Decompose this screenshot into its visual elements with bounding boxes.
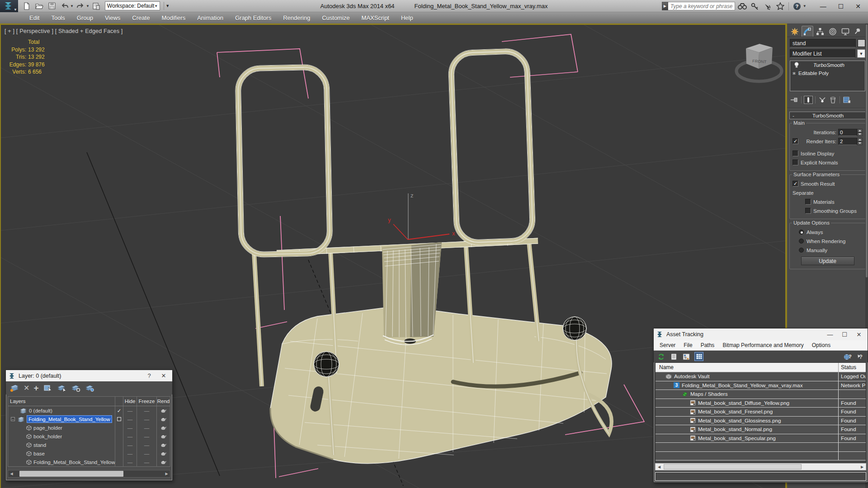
communication-center-button[interactable] (762, 1, 773, 11)
tab-utilities[interactable] (852, 26, 864, 37)
update-button[interactable]: Update (801, 257, 854, 265)
menu-tools[interactable]: Tools (45, 12, 71, 23)
tab-modify[interactable] (802, 26, 813, 37)
render-toggle[interactable] (156, 432, 170, 441)
render-toggle[interactable] (156, 423, 170, 432)
always-radio[interactable] (799, 230, 804, 235)
online-help-button[interactable]: ? (843, 352, 852, 361)
asset-dialog-maximize-button[interactable]: ☐ (839, 331, 850, 338)
asset-row-maxfile[interactable]: 3 Folding_Metal_Book_Stand_Yellow_max_vr… (656, 381, 866, 390)
current-layer-toggle[interactable] (115, 415, 123, 423)
render-iters-spinner[interactable] (857, 138, 863, 145)
book-stand-model[interactable] (235, 48, 612, 464)
scroll-left-icon[interactable]: ◀ (656, 465, 663, 469)
menu-file[interactable]: File (679, 342, 696, 348)
scrollbar-thumb[interactable] (19, 471, 123, 477)
report-view-button[interactable] (669, 352, 678, 361)
undo-button[interactable] (59, 1, 71, 11)
render-iters-checkbox[interactable]: ✓ (793, 138, 798, 144)
materials-checkbox[interactable] (805, 199, 811, 205)
tab-create[interactable] (789, 26, 801, 37)
menu-create[interactable]: Create (126, 12, 156, 23)
layer-dialog-close-button[interactable]: ✕ (158, 372, 170, 379)
asset-row-map[interactable]: Metal_book_stand_Fresnel.png Found (656, 408, 866, 417)
minimize-button[interactable]: — (820, 3, 826, 10)
spinner-up[interactable] (857, 129, 863, 132)
create-new-layer-icon[interactable] (9, 384, 19, 392)
object-row[interactable]: Folding_Metal_Book_Stand_Yellow — — (8, 458, 170, 466)
refresh-button[interactable] (656, 352, 665, 361)
render-toggle[interactable] (156, 458, 170, 466)
make-unique-button[interactable] (818, 96, 827, 104)
layer-row[interactable]: 0 (default) ✓ — — (8, 406, 170, 415)
column-layers[interactable]: Layers (8, 399, 115, 404)
object-row[interactable]: stand — — (8, 441, 170, 449)
table-view-button[interactable] (694, 352, 703, 361)
menu-graph-editors[interactable]: Graph Editors (229, 12, 277, 23)
column-freeze[interactable]: Freeze (137, 397, 156, 406)
layer-dialog-hscrollbar[interactable]: ◀ ▶ (8, 470, 170, 478)
sign-in-button[interactable] (750, 1, 760, 11)
object-row[interactable]: book_holder — — (8, 432, 170, 441)
menu-help[interactable]: Help (395, 12, 419, 23)
asset-row-map[interactable]: Metal_book_stand_Diffuse_Yellow.png Foun… (656, 399, 866, 408)
help-dropdown-caret[interactable]: ▼ (803, 4, 807, 8)
freeze-toggle[interactable]: — (137, 406, 156, 415)
application-menu-button[interactable]: ▼ (0, 0, 18, 12)
render-toggle[interactable] (156, 449, 170, 458)
search-go-button[interactable]: ▶ (662, 2, 668, 10)
menu-edit[interactable]: Edit (24, 12, 45, 23)
menu-paths[interactable]: Paths (697, 342, 719, 348)
smoothing-groups-checkbox[interactable] (805, 208, 811, 214)
menu-group[interactable]: Group (71, 12, 99, 23)
modifier-list-dropdown[interactable]: Modifier List (790, 49, 855, 58)
asset-dialog-hscrollbar[interactable]: ◀ ▶ (655, 463, 866, 470)
freeze-toggle[interactable]: — (137, 432, 156, 441)
menu-customize[interactable]: Customize (316, 12, 355, 23)
current-layer-check-icon[interactable]: ✓ (115, 406, 123, 415)
favorites-button[interactable] (775, 1, 786, 11)
maximize-button[interactable]: ☐ (838, 3, 844, 10)
project-folder-button[interactable] (90, 1, 102, 11)
menu-views[interactable]: Views (99, 12, 126, 23)
turbosmooth-rollout-header[interactable]: - TurboSmooth (789, 112, 866, 119)
select-layer-icon[interactable] (43, 384, 53, 392)
left-book-support-frame[interactable] (235, 64, 333, 258)
object-row[interactable]: page_holder — — (8, 423, 170, 432)
render-iters-field[interactable]: 2 (838, 138, 857, 145)
asset-dialog-close-button[interactable]: ✕ (853, 331, 865, 338)
spinner-down[interactable] (857, 132, 863, 136)
path-view-button[interactable] (682, 352, 691, 361)
column-hide[interactable]: Hide (123, 397, 137, 406)
freeze-toggle[interactable]: — (137, 415, 156, 423)
menu-rendering[interactable]: Rendering (277, 12, 316, 23)
freeze-toggle[interactable]: — (137, 441, 156, 449)
hide-toggle[interactable]: — (123, 432, 137, 441)
scroll-right-icon[interactable]: ▶ (859, 465, 866, 469)
asset-dialog-titlebar[interactable]: Asset Tracking — ☐ ✕ (654, 328, 868, 340)
explicit-normals-checkbox[interactable] (793, 160, 798, 165)
help-button[interactable]: ? (792, 1, 802, 11)
scrollbar-thumb[interactable] (664, 464, 802, 469)
configure-modifier-sets-button[interactable] (842, 96, 851, 104)
scroll-right-icon[interactable]: ▶ (163, 472, 170, 476)
hide-toggle[interactable]: — (123, 415, 137, 423)
layer-row-selected[interactable]: – Folding_Metal_Book_Stand_Yellow — — (8, 415, 170, 423)
open-file-button[interactable] (33, 1, 45, 11)
right-book-support-frame[interactable] (448, 48, 536, 246)
stack-expand-icon[interactable]: + (792, 71, 796, 75)
search-button[interactable] (737, 1, 748, 11)
object-color-swatch[interactable] (858, 39, 865, 47)
delete-layer-icon[interactable]: ✕ (24, 384, 29, 392)
context-help-button[interactable]: ? (856, 352, 865, 361)
column-render[interactable]: Rend (156, 397, 170, 406)
menu-server[interactable]: Server (656, 342, 679, 348)
object-row[interactable]: base — — (8, 449, 170, 458)
modifier-list-arrow-button[interactable]: ▼ (857, 49, 865, 58)
isoline-checkbox[interactable] (793, 150, 798, 156)
undo-dropdown-caret[interactable]: ▼ (70, 4, 74, 8)
iterations-spinner[interactable] (857, 129, 863, 136)
redo-button[interactable] (75, 1, 86, 11)
hide-toggle[interactable]: — (123, 458, 137, 466)
asset-row-map[interactable]: Metal_book_stand_Glossiness.png Found (656, 417, 866, 426)
